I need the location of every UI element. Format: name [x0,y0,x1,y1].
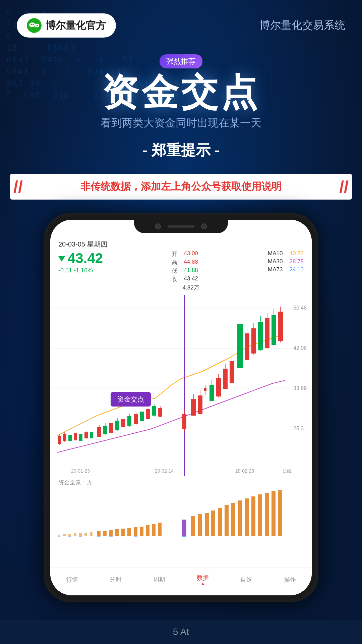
nav-item-minute[interactable]: 分时 [110,576,122,584]
svg-rect-109 [258,494,262,536]
svg-rect-95 [146,525,149,536]
notch-camera [155,223,161,229]
svg-rect-88 [103,531,107,536]
ma30-label: MA30 [268,258,283,265]
svg-rect-111 [272,491,276,536]
nav-item-operation[interactable]: 操作 [284,576,296,584]
volume-val: 4.82万 [183,284,199,291]
svg-rect-117 [109,536,113,537]
nav-label-period: 周期 [153,576,165,584]
svg-text:33.69: 33.69 [293,385,307,391]
svg-rect-30 [109,423,113,433]
svg-rect-39 [146,409,150,419]
recommend-badge: 强烈推荐 [160,54,202,68]
svg-rect-25 [90,432,93,438]
phone-frame: 20-03-05 星期四 43.42 -0.51 -1.16% 开 43.00 [44,213,318,602]
ma30-val: 28.75 [289,258,304,265]
nav-label-data: 数据 [197,574,209,582]
close-label: 收 [172,275,177,283]
price-down-arrow [58,256,65,262]
nav-item-market[interactable]: 行情 [66,576,78,584]
notice-bar: 非传统数据，添加左上角公众号获取使用说明 [10,174,352,200]
page-bottom: 5 At [0,620,362,644]
svg-rect-118 [134,536,137,537]
svg-rect-105 [231,503,235,536]
stock-change: -0.51 -1.16% [58,267,103,274]
svg-rect-84 [79,533,82,536]
svg-rect-114 [68,536,71,537]
hero-title: 资金交点 [0,72,362,112]
svg-point-6 [37,25,38,26]
volume-bar-area [50,488,312,538]
nav-label-watchlist: 自选 [240,576,252,584]
ma73-label: MA73 [268,266,283,273]
svg-rect-89 [109,530,113,536]
nav-label-minute: 分时 [110,576,122,584]
phone-screen: 20-03-05 星期四 43.42 -0.51 -1.16% 开 43.00 [50,220,312,595]
nav-item-watchlist[interactable]: 自选 [240,576,252,584]
svg-rect-102 [211,511,215,536]
low-val: 41.88 [183,267,199,275]
svg-rect-107 [245,498,249,536]
svg-point-4 [33,24,34,25]
hero-subtitle: 看到两类大资金同时出现在某一天 [0,116,362,130]
close-val: 43.42 [183,275,199,283]
svg-rect-91 [121,529,125,536]
notch-camera-2 [201,223,207,229]
notice-text: 非传统数据，添加左上角公众号获取使用说明 [80,180,282,194]
svg-point-3 [31,24,32,25]
volume-label [172,284,177,291]
svg-rect-104 [225,505,229,536]
svg-rect-119 [182,536,186,537]
wechat-label: 博尔量化官方 [46,19,106,33]
stock-date: 20-03-05 星期四 [58,240,304,249]
svg-rect-113 [58,536,60,537]
svg-text:42.08: 42.08 [293,345,307,351]
phone-notch [134,220,228,233]
svg-rect-101 [205,513,209,536]
svg-rect-94 [140,527,143,536]
open-label: 开 [172,250,177,258]
phone-mockup-container: 20-03-05 星期四 43.42 -0.51 -1.16% 开 43.00 [0,213,362,602]
svg-rect-99 [191,516,195,536]
svg-rect-108 [251,496,255,536]
svg-rect-22 [79,434,82,441]
svg-rect-21 [74,433,77,440]
fund-label: 资金全景：无 [50,476,312,488]
svg-rect-106 [238,500,242,536]
svg-rect-82 [68,534,71,536]
ma73-val: 24.10 [289,266,304,273]
nav-item-data[interactable]: 数据 [197,574,209,585]
hero-section: 强烈推荐 资金交点 看到两类大资金同时出现在某一天 - 郑重提示 - [0,44,362,167]
stock-ohlc: 开 43.00 高 44.88 低 41.88 收 43.42 4.82万 [172,250,199,291]
svg-rect-38 [140,412,144,421]
wechat-icon [27,18,42,33]
high-label: 高 [172,259,177,266]
svg-rect-87 [97,531,101,536]
svg-text:50.48: 50.48 [293,305,307,311]
open-val: 43.00 [183,250,199,258]
notice-title: - 郑重提示 - [0,141,362,160]
svg-rect-93 [134,527,137,536]
svg-rect-96 [152,524,156,536]
svg-rect-115 [79,536,82,537]
candlestick-chart: 50.48 42.08 33.69 25.3 [50,295,312,476]
svg-text:25.3: 25.3 [293,426,304,431]
nav-label-market: 行情 [66,576,78,584]
crosshair-label: 资金交点 [117,395,144,403]
low-label: 低 [172,267,177,275]
svg-text:20-02-28: 20-02-28 [235,468,254,474]
wechat-button[interactable]: 博尔量化官方 [17,13,116,38]
svg-rect-90 [115,529,119,536]
notch-speaker [168,225,194,228]
svg-rect-100 [198,514,202,536]
svg-rect-85 [84,533,87,536]
svg-rect-97 [158,523,162,536]
svg-text:20-02-14: 20-02-14 [155,468,174,474]
svg-point-2 [35,24,39,28]
bottom-nav: 行情 分时 周期 数据 自选 操作 [50,568,312,595]
svg-rect-92 [127,528,131,536]
stock-price: 43.42 [68,250,103,266]
nav-item-period[interactable]: 周期 [153,576,165,584]
nav-label-operation: 操作 [284,576,296,584]
